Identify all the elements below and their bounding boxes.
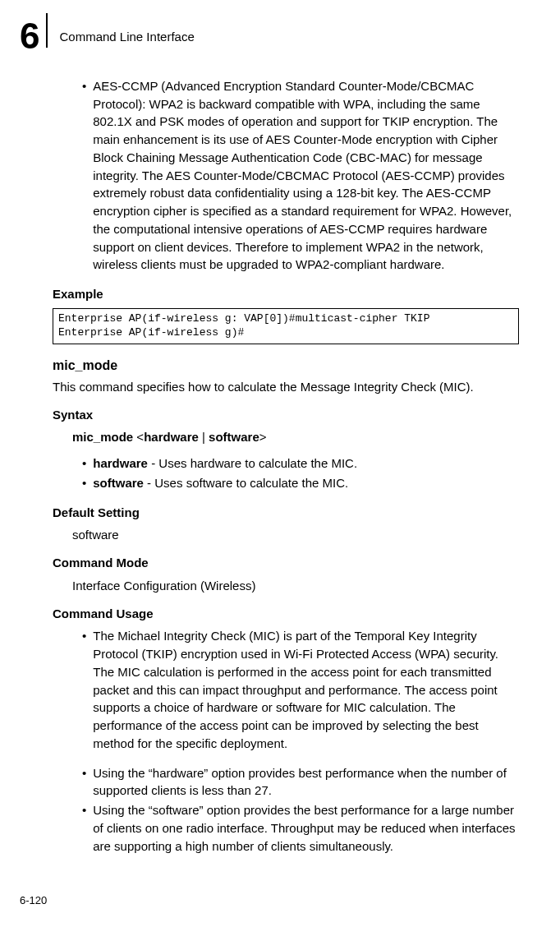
syntax-opt2: software - Uses software to calculate th… <box>93 474 348 492</box>
usage-bullet-3: • Using the “software” option provides t… <box>82 801 519 855</box>
code-line-2: Enterprise AP(if-wireless g)# <box>58 326 244 339</box>
syntax-pipe: | <box>199 430 209 444</box>
syntax-software-bold: software <box>209 430 259 444</box>
mode-heading: Command Mode <box>53 554 519 572</box>
syntax-hardware-bold: hardware <box>144 430 199 444</box>
syntax-close: > <box>259 430 267 444</box>
bullet-icon: • <box>82 627 86 752</box>
command-name: mic_mode <box>53 356 519 375</box>
default-heading: Default Setting <box>53 504 519 522</box>
usage1-text: The Michael Integrity Check (MIC) is par… <box>93 627 519 752</box>
bullet-icon: • <box>82 764 86 800</box>
syntax-opt1-bold: hardware <box>93 456 148 470</box>
usage-bullet-2: • Using the “hardware” option provides b… <box>82 764 519 800</box>
usage2-text: Using the “hardware” option provides bes… <box>93 764 519 800</box>
chapter-number: 6 <box>20 10 46 62</box>
usage3-text: Using the “software” option provides the… <box>93 801 519 855</box>
syntax-opt2-bold: software <box>93 476 144 490</box>
header-title: Command Line Interface <box>59 28 194 46</box>
page-header: 6 Command Line Interface <box>0 0 560 77</box>
bullet-icon: • <box>82 77 86 274</box>
syntax-opt1-rest: - Uses hardware to calculate the MIC. <box>148 456 357 470</box>
aes-ccmp-bullet: • AES-CCMP (Advanced Encryption Standard… <box>82 77 519 274</box>
command-description: This command specifies how to calculate … <box>53 378 519 396</box>
bullet-icon: • <box>82 801 86 855</box>
code-line-1: Enterprise AP(if-wireless g: VAP[0])#mul… <box>58 312 429 325</box>
syntax-option-software: • software - Uses software to calculate … <box>82 474 519 492</box>
usage-heading: Command Usage <box>53 605 519 623</box>
page-number: 6-120 <box>20 893 47 909</box>
default-value: software <box>72 526 519 544</box>
syntax-line: mic_mode <hardware | software> <box>72 428 519 446</box>
bullet-icon: • <box>82 454 86 473</box>
syntax-cmd-bold: mic_mode <box>72 430 133 444</box>
usage-bullet-1: • The Michael Integrity Check (MIC) is p… <box>82 627 519 752</box>
code-example: Enterprise AP(if-wireless g: VAP[0])#mul… <box>53 308 519 344</box>
syntax-opt1: hardware - Uses hardware to calculate th… <box>93 454 357 473</box>
syntax-opt2-rest: - Uses software to calculate the MIC. <box>144 476 348 490</box>
mode-value: Interface Configuration (Wireless) <box>72 577 519 595</box>
syntax-open: < <box>133 430 144 444</box>
page-content: • AES-CCMP (Advanced Encryption Standard… <box>0 77 560 855</box>
aes-ccmp-text: AES-CCMP (Advanced Encryption Standard C… <box>93 77 519 274</box>
syntax-heading: Syntax <box>53 406 519 424</box>
bullet-icon: • <box>82 474 86 492</box>
example-heading: Example <box>53 285 519 303</box>
syntax-option-hardware: • hardware - Uses hardware to calculate … <box>82 454 519 473</box>
